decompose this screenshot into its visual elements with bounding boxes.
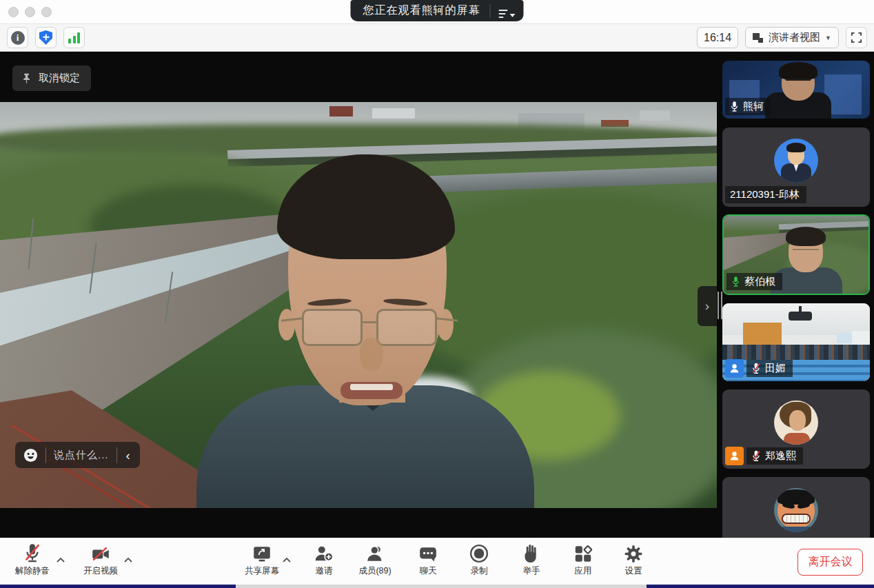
pin-icon	[21, 72, 32, 85]
participant-tile-qiulin[interactable]: 21120391-邱林	[722, 128, 870, 207]
mic-muted-icon	[751, 450, 761, 462]
window-titlebar: 您正在观看熊轲的屏幕	[0, 0, 874, 24]
minimize-window-button[interactable]	[25, 7, 35, 17]
meeting-timer[interactable]: 16:14	[697, 27, 738, 48]
chat-bubble-icon	[418, 545, 438, 563]
mic-on-icon	[730, 101, 739, 112]
participant-tile-zhengyixi[interactable]: 郑逸熙	[722, 389, 870, 469]
mic-speaking-icon	[731, 276, 740, 287]
info-icon: i	[11, 31, 25, 45]
projector	[789, 312, 812, 321]
share-screen-button[interactable]: 共享屏幕	[245, 543, 279, 577]
settings-button[interactable]: 设置	[624, 543, 643, 577]
chevron-right-icon: ›	[705, 298, 709, 314]
avatar	[774, 139, 818, 183]
connection-quality-button[interactable]	[63, 27, 85, 48]
fullscreen-icon	[851, 32, 862, 43]
menu-caret-icon	[510, 14, 516, 17]
meeting-time-text: 16:14	[704, 32, 731, 44]
record-icon	[469, 544, 489, 563]
emoji-smiley-icon[interactable]	[23, 448, 38, 463]
quick-chat-input[interactable]: 说点什么...	[54, 449, 109, 462]
avatar	[774, 488, 818, 532]
share-options-chevron[interactable]	[282, 554, 292, 566]
meeting-top-toolbar: i 16:14 演讲者视图 ▼	[0, 24, 874, 52]
invite-person-icon	[314, 545, 334, 563]
unmute-options-chevron[interactable]	[56, 554, 65, 566]
apps-button[interactable]: 应用	[574, 543, 593, 577]
background-window-edge	[0, 585, 874, 588]
apps-grid-icon	[574, 545, 593, 563]
mic-muted-icon	[751, 363, 761, 374]
chat-button[interactable]: 聊天	[418, 543, 438, 577]
speaker-glasses	[302, 309, 363, 346]
share-screen-icon	[252, 545, 272, 563]
gear-icon	[624, 545, 643, 563]
video-options-chevron[interactable]	[123, 554, 133, 566]
participants-button[interactable]: 成员(89)	[358, 543, 391, 577]
meeting-content: 取消锁定 说点什么... ‹ ›	[0, 52, 874, 538]
view-mode-label: 演讲者视图	[769, 31, 820, 44]
participant-tile-cartoon[interactable]	[722, 477, 870, 538]
participant-name-label: 郑逸熙	[746, 447, 803, 465]
participant-tile-xiongke[interactable]: 熊轲	[722, 61, 870, 119]
chat-collapse-chevron-icon[interactable]: ‹	[125, 449, 132, 462]
start-video-button[interactable]: 开启视频	[83, 543, 118, 577]
signal-bars-icon	[68, 32, 80, 43]
unpin-button[interactable]: 取消锁定	[12, 65, 91, 91]
mic-muted-icon	[23, 543, 42, 563]
chevron-down-icon: ▼	[825, 34, 831, 41]
share-options-menu-button[interactable]	[490, 4, 516, 18]
participant-name-label: 蔡伯根	[726, 273, 782, 290]
quick-chat-bar[interactable]: 说点什么... ‹	[15, 442, 140, 468]
fullscreen-button[interactable]	[846, 27, 867, 48]
shield-plus-icon	[39, 30, 52, 45]
view-mode-dropdown[interactable]: 演讲者视图 ▼	[745, 27, 839, 48]
participant-name-label: 熊轲	[725, 98, 771, 115]
invite-button[interactable]: 邀请	[314, 543, 334, 577]
security-button[interactable]	[35, 27, 57, 48]
user-badge-orange-icon	[725, 447, 744, 465]
sidebar-resize-handle[interactable]	[718, 292, 722, 319]
meeting-bottom-toolbar: 解除静音 开启视频	[0, 538, 874, 585]
raise-hand-button[interactable]: 举手	[522, 543, 540, 577]
participant-name-label: 21120391-邱林	[725, 186, 806, 203]
avatar	[774, 401, 818, 445]
unmute-button[interactable]: 解除静音	[15, 543, 50, 577]
leave-meeting-button[interactable]: 离开会议	[797, 549, 863, 576]
camera-off-icon	[90, 545, 111, 563]
record-button[interactable]: 录制	[469, 543, 489, 577]
user-badge-blue-icon	[725, 359, 744, 378]
members-icon	[365, 545, 385, 563]
speaker-view-icon	[753, 32, 764, 43]
participant-name-label: 田媚	[746, 360, 793, 377]
zoom-window-button[interactable]	[41, 7, 52, 17]
sidebar-collapse-button[interactable]: ›	[698, 286, 717, 326]
raise-hand-icon	[522, 544, 540, 563]
meeting-app-window: 您正在观看熊轲的屏幕 i 16:14 演讲者视图	[0, 0, 874, 588]
participant-tile-caibogen-active[interactable]: 蔡伯根	[722, 214, 870, 295]
close-window-button[interactable]	[8, 7, 19, 17]
unpin-label: 取消锁定	[39, 72, 80, 85]
participants-sidebar: 熊轲 21120391-邱林	[717, 52, 874, 538]
screen-share-banner-text: 您正在观看熊轲的屏幕	[363, 3, 490, 18]
meeting-info-button[interactable]: i	[7, 27, 28, 48]
screen-share-banner: 您正在观看熊轲的屏幕	[351, 0, 524, 21]
participant-tile-tianmei[interactable]: 田媚	[722, 303, 870, 381]
menu-lines-icon	[499, 8, 508, 18]
main-stage: 取消锁定 说点什么... ‹ ›	[0, 52, 717, 538]
